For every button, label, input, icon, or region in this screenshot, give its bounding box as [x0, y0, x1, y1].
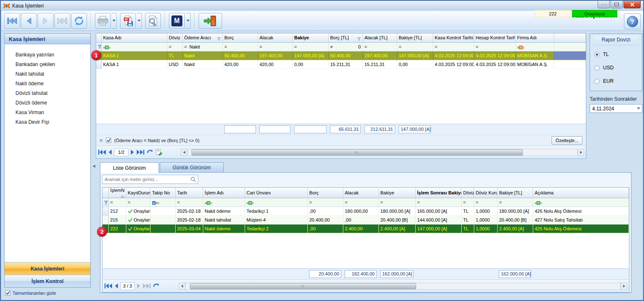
- cell-doviz[interactable]: TL: [167, 51, 182, 60]
- cell-bakiye[interactable]: 180.000,00 [A]: [378, 207, 415, 216]
- cell-borc[interactable]: 50.400,00: [222, 51, 258, 60]
- sidebar-item-dovizli-tahsilat[interactable]: Dövizli tahsilat: [15, 89, 90, 98]
- cell-alacak-tl[interactable]: 197.400,00: [363, 51, 397, 60]
- horizontal-scrollbar[interactable]: [179, 282, 627, 290]
- hide-completed-checkbox[interactable]: [5, 290, 10, 296]
- col-alacak[interactable]: Alacak: [258, 33, 292, 42]
- cell-doviz[interactable]: TL: [461, 224, 474, 233]
- cell-bakiye-tl[interactable]: 180.000,00 [A]: [497, 207, 533, 216]
- cell-alacak[interactable]: 2.400,00: [343, 224, 378, 233]
- cell-islemn[interactable]: 212: [108, 207, 126, 216]
- scroll-right-arrow[interactable]: [578, 149, 584, 156]
- cell-firma-adi[interactable]: MOBİSAN A.Ş.: [515, 60, 554, 69]
- search-icon[interactable]: [190, 176, 196, 182]
- scroll-left-arrow[interactable]: [181, 149, 187, 156]
- pager-last-icon[interactable]: [136, 149, 145, 155]
- save-options-caret[interactable]: [137, 13, 142, 29]
- col-kasa-adi[interactable]: Kasa Adı: [101, 33, 167, 42]
- cell-borc-tl[interactable]: 50.400,00: [328, 51, 363, 60]
- cell-cari-unvani[interactable]: Müşteri-4: [245, 216, 307, 224]
- col-kasa-kontrol-tarihi[interactable]: Kasa Kontrol Tarihi: [433, 33, 474, 42]
- sidebar-item-nakit-odeme[interactable]: Nakit ödeme: [15, 79, 90, 89]
- nav-button-kasa-islemleri[interactable]: Kasa İşlemleri: [5, 262, 90, 275]
- col-islemn[interactable]: İşlemN: [108, 188, 126, 198]
- col-borc-tl[interactable]: Borç [TL]: [328, 33, 363, 42]
- print-button[interactable]: [95, 13, 111, 29]
- search-input[interactable]: [102, 177, 190, 182]
- cell-doviz-kuru[interactable]: 1,0000: [474, 216, 497, 224]
- col-kayitdurumu[interactable]: KayıtDurumu: [126, 188, 150, 198]
- cell-islem-adi[interactable]: Nakit tahsilat: [203, 216, 245, 224]
- cell-islem-sonrasi[interactable]: 144.600,00 [A]: [415, 216, 461, 224]
- cell-islem-adi[interactable]: Nakit ödeme: [203, 224, 245, 233]
- currency-option-tl[interactable]: TL: [594, 51, 638, 57]
- m-module-button[interactable]: M: [169, 13, 185, 29]
- cell-odeme-araci[interactable]: Nakit: [182, 51, 222, 60]
- col-doviz[interactable]: Döviz: [167, 33, 182, 42]
- sidebar-item-bankadan-cekilen[interactable]: Bankadan çekilen: [15, 60, 90, 69]
- cell-borc[interactable]: ,00: [307, 207, 343, 216]
- col-odeme-araci[interactable]: Ödeme Aracı: [182, 33, 222, 42]
- cell-aciklama[interactable]: 426 Nolu Alış Ödemesi: [533, 207, 629, 216]
- cell-cari-unvani[interactable]: Tedarikçi 1: [245, 207, 307, 216]
- m-options-caret[interactable]: [186, 13, 191, 29]
- filter-bakiye[interactable]: =: [292, 42, 328, 51]
- cell-islemn[interactable]: 222: [108, 224, 126, 233]
- remove-filter-icon[interactable]: [100, 139, 103, 142]
- pager-last-icon[interactable]: [143, 283, 151, 289]
- col-bakiye-tl[interactable]: Bakiye [TL]: [397, 33, 433, 42]
- filter-bakiye[interactable]: =: [378, 198, 415, 207]
- cell-kasa-kontrol[interactable]: 4.03.2025 12:09:00: [433, 51, 474, 60]
- customize-filter-button[interactable]: Özelleştir...: [552, 136, 583, 145]
- cell-islemn[interactable]: 215: [108, 216, 126, 224]
- col-takip-no[interactable]: Takip No: [150, 188, 175, 198]
- pager-prev-icon[interactable]: [108, 149, 112, 155]
- filter-borc[interactable]: =: [222, 42, 258, 51]
- cell-bakiye[interactable]: 0,00: [292, 60, 328, 69]
- sidebar-item-kasa-virman[interactable]: Kasa Virman: [15, 108, 90, 117]
- cell-doviz[interactable]: TL: [461, 216, 474, 224]
- pager-refresh-icon[interactable]: [146, 149, 154, 156]
- radio-tl-icon[interactable]: [594, 52, 600, 57]
- col-islem-sonrasi-bakiye[interactable]: İşlem Sonrası Bakiye: [415, 188, 461, 198]
- sidebar-item-bankaya-yatirilan[interactable]: Bankaya yatırılan: [15, 50, 90, 60]
- cell-bakiye[interactable]: 147.000,00 [A]: [292, 51, 328, 60]
- filter-islemn[interactable]: =: [108, 198, 126, 207]
- cell-takip-no[interactable]: [150, 216, 175, 224]
- filter-enabled-checkbox[interactable]: [106, 138, 111, 143]
- cell-hesap-kontrol[interactable]: 4.03.2025 12:09:00: [474, 60, 515, 69]
- cell-tarih[interactable]: 2025-03-04: [175, 224, 203, 233]
- filter-borc[interactable]: =: [307, 198, 343, 207]
- date-filter-combo[interactable]: 4.11.2024: [590, 104, 642, 113]
- filter-alacak-tl[interactable]: =: [363, 42, 397, 51]
- edit-filter-icon[interactable]: [156, 149, 162, 156]
- cell-kayitdurumu[interactable]: Onaylandı: [126, 216, 150, 224]
- minimize-button[interactable]: [598, 1, 610, 8]
- titlebar[interactable]: Kasa İşlemleri: [1, 1, 643, 11]
- col-alacak-tl[interactable]: Alacak [TL]: [363, 33, 397, 42]
- scroll-right-arrow[interactable]: [621, 283, 627, 290]
- col-islem-adi[interactable]: İşlem Adı: [203, 188, 245, 198]
- search-box[interactable]: [102, 175, 198, 184]
- cell-kayitdurumu[interactable]: Onaylandı: [126, 207, 150, 216]
- horizontal-scrollbar[interactable]: [181, 148, 584, 156]
- cell-bakiye[interactable]: 20.400,00 [B]: [378, 216, 415, 224]
- cell-bakiye-tl[interactable]: 2.400,00 [A]: [497, 224, 533, 233]
- cell-doviz[interactable]: TL: [461, 207, 474, 216]
- cell-firma-adi[interactable]: MOBİSAN A.Ş.: [515, 51, 554, 60]
- filter-kasa-adi[interactable]: aBc: [101, 42, 167, 51]
- cell-tarih[interactable]: 2025-02-18: [175, 216, 203, 224]
- filter-kayitdurumu[interactable]: =: [126, 198, 150, 207]
- cell-islem-sonrasi[interactable]: 147.000,00 [A]: [415, 224, 461, 233]
- col-doviz[interactable]: Döviz: [461, 188, 474, 198]
- cell-alacak-tl[interactable]: 15.211,31: [363, 60, 397, 69]
- cell-borc[interactable]: 420,00: [222, 60, 258, 69]
- pager-first-icon[interactable]: [98, 149, 106, 155]
- pager-refresh-icon[interactable]: [153, 283, 160, 289]
- transaction-row-222-selected[interactable]: 222 Onaylandı 2025-03-04 Nakit ödeme Ted…: [102, 224, 629, 233]
- nav-button-islem-kontrol[interactable]: İşlem Kontrol: [5, 275, 90, 287]
- help-button[interactable]: ?: [624, 13, 641, 29]
- filter-bakiye-tl[interactable]: =: [497, 198, 533, 207]
- filter-odeme-araci[interactable]: = Nakit: [182, 42, 222, 51]
- sidebar-item-dovizli-odeme[interactable]: Dövizli ödeme: [15, 98, 90, 108]
